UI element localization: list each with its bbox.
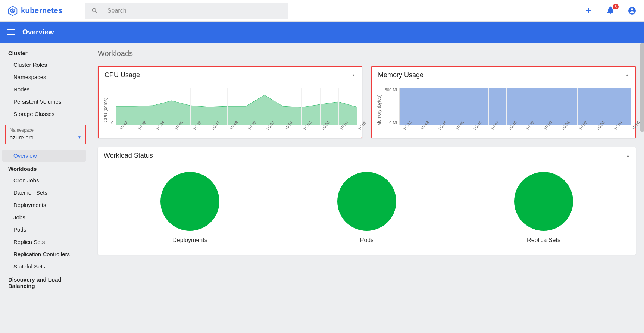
x-tick: 10:47 [490,128,493,131]
memory-chart [399,88,631,125]
x-tick: 10:43 [420,128,423,131]
x-tick: 10:52 [578,128,581,131]
sidebar-item-stateful-sets[interactable]: Stateful Sets [2,260,90,273]
x-tick: 10:44 [155,128,159,131]
x-tick: 10:51 [560,128,564,131]
cpu-ytick-bottom: 0 [111,120,113,125]
sidebar: Cluster Cluster Roles Namespaces Nodes P… [0,43,90,332]
donut-chart [337,172,396,231]
donut-label: Pods [360,237,373,244]
sidebar-item-cron-jobs[interactable]: Cron Jobs [2,174,90,186]
collapse-icon[interactable]: ▲ [352,73,356,77]
sidebar-item-jobs[interactable]: Jobs [2,211,90,223]
sidebar-item-pods[interactable]: Pods [2,223,90,236]
cpu-chart [116,88,357,125]
sidebar-section-workloads: Workloads [2,162,90,174]
cpu-card-title: CPU Usage [104,71,140,79]
donut-pods: Pods [337,172,396,244]
sidebar-item-persistent-volumes[interactable]: Persistent Volumes [2,95,90,108]
collapse-icon[interactable]: ▲ [625,73,629,77]
x-tick: 10:48 [229,128,232,131]
user-icon[interactable] [628,6,637,15]
menu-toggle-icon[interactable] [7,28,15,36]
mem-card-title: Memory Usage [378,71,423,79]
mem-x-ticks: 10:4210:4310:4410:4510:4610:4710:4810:49… [399,128,631,132]
x-tick: 10:48 [507,128,511,131]
sidebar-item-cluster-roles[interactable]: Cluster Roles [2,59,90,71]
x-tick: 10:49 [247,128,250,131]
donut-deployments: Deployments [160,172,219,244]
search-input[interactable] [107,7,282,14]
x-tick: 10:45 [174,128,177,131]
mem-ytick-top: 500 Mi [385,88,397,92]
x-tick: 10:45 [455,128,458,131]
x-tick: 10:44 [437,128,441,131]
mem-y-axis-label: Memory (bytes) [376,88,382,132]
x-tick: 10:49 [525,128,528,131]
main-content: Workloads CPU Usage ▲ CPU (cores) 0 10:4 [90,43,644,332]
page-title: Overview [22,28,54,36]
x-tick: 10:46 [192,128,196,131]
mem-ytick-bottom: 0 Mi [385,120,397,125]
namespace-selector[interactable]: Namespace azure-arc ▼ [5,125,86,144]
sidebar-item-overview[interactable]: Overview [2,150,86,162]
x-tick: 10:52 [302,128,306,131]
x-tick: 10:42 [402,128,406,131]
namespace-label: Namespace [10,128,81,133]
x-tick: 10:55 [631,128,634,131]
donut-replica-sets: Replica Sets [514,172,573,244]
notification-badge: 3 [613,4,619,9]
sidebar-item-replica-sets[interactable]: Replica Sets [2,236,90,248]
sidebar-item-deployments[interactable]: Deployments [2,199,90,211]
donut-label: Replica Sets [527,237,560,244]
collapse-icon[interactable]: ▲ [626,154,630,158]
x-tick: 10:51 [284,128,287,131]
logo-text: kubernetes [21,6,63,15]
sub-header: Overview [0,22,644,43]
namespace-value: azure-arc [10,134,33,141]
donut-chart [160,172,219,231]
logo[interactable]: kubernetes [7,6,63,16]
sidebar-item-storage-classes[interactable]: Storage Classes [2,108,90,120]
notifications-button[interactable]: 3 [606,6,615,16]
x-tick: 10:42 [119,128,122,131]
cpu-x-ticks: 10:4210:4310:4410:4510:4610:4710:4810:49… [116,128,357,132]
x-tick: 10:46 [472,128,476,131]
top-right-actions: 3 [584,6,637,16]
donut-chart [514,172,573,231]
kubernetes-logo-icon [7,6,18,16]
x-tick: 10:50 [543,128,546,131]
chevron-down-icon: ▼ [78,135,81,139]
main-title: Workloads [98,49,636,58]
x-tick: 10:55 [357,128,360,131]
cpu-y-axis-label: CPU (cores) [102,88,109,132]
x-tick: 10:54 [339,128,342,131]
memory-usage-card: Memory Usage ▲ Memory (bytes) 500 Mi 0 M… [371,66,636,138]
x-tick: 10:53 [321,128,324,131]
donut-label: Deployments [172,237,207,244]
cpu-usage-card: CPU Usage ▲ CPU (cores) 0 10:4210:4310:4… [98,66,362,138]
x-tick: 10:53 [595,128,599,131]
sidebar-section-cluster: Cluster [2,46,90,59]
x-tick: 10:54 [613,128,616,131]
sidebar-item-replication-controllers[interactable]: Replication Controllers [2,248,90,260]
x-tick: 10:43 [137,128,140,131]
sidebar-item-nodes[interactable]: Nodes [2,83,90,95]
search-box[interactable] [85,3,288,19]
create-icon[interactable] [584,6,593,15]
sidebar-section-discovery: Discovery and Load Balancing [2,273,90,291]
sidebar-item-namespaces[interactable]: Namespaces [2,71,90,83]
sidebar-item-daemon-sets[interactable]: Daemon Sets [2,186,90,199]
x-tick: 10:47 [210,128,214,131]
workload-card-title: Workload Status [104,152,153,160]
top-bar: kubernetes 3 [0,0,644,22]
search-icon [91,7,99,15]
x-tick: 10:50 [265,128,269,131]
scrollbar[interactable] [640,43,644,132]
workload-status-card: Workload Status ▲ Deployments Pods Repli… [98,147,636,255]
